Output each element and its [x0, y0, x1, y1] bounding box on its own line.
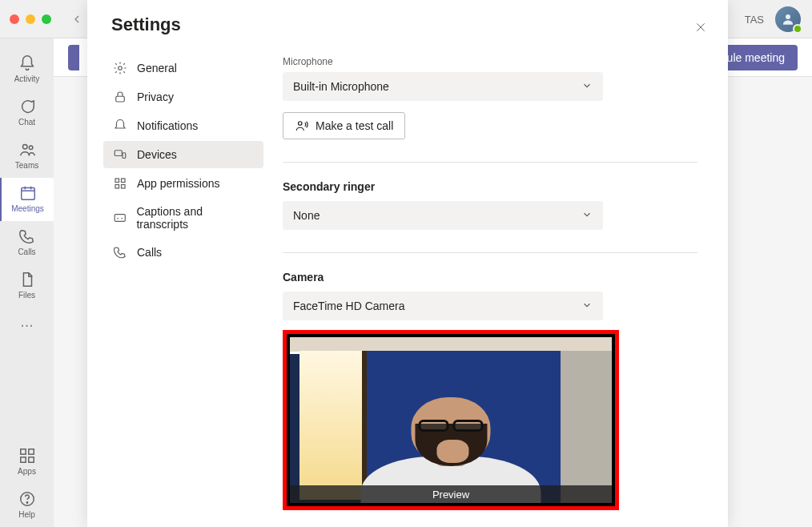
settings-nav-devices[interactable]: Devices: [103, 141, 263, 168]
camera-label: Camera: [283, 271, 697, 284]
camera-value: FaceTime HD Camera: [293, 300, 405, 312]
microphone-section: Microphone Built-in Microphone Make a te…: [283, 48, 697, 155]
chat-icon: [18, 98, 36, 115]
svg-point-2: [29, 146, 33, 150]
microphone-label: Microphone: [283, 56, 697, 67]
svg-rect-11: [116, 96, 125, 102]
settings-nav-app-permissions[interactable]: App permissions: [103, 170, 263, 197]
camera-preview-caption: Preview: [290, 485, 612, 503]
svg-point-0: [786, 14, 790, 19]
svg-rect-16: [115, 185, 119, 189]
close-icon: [694, 21, 707, 34]
grid-icon: [113, 176, 127, 191]
svg-rect-18: [115, 215, 125, 222]
microphone-dropdown[interactable]: Built-in Microphone: [283, 72, 603, 101]
rail-item-teams[interactable]: Teams: [0, 135, 54, 178]
settings-nav-label: General: [137, 62, 177, 74]
settings-nav-label: App permissions: [137, 177, 220, 190]
close-settings-button[interactable]: [688, 14, 714, 40]
presence-available-icon: [793, 24, 802, 34]
close-window-button[interactable]: [10, 14, 19, 24]
window-controls: [10, 14, 51, 24]
secondary-ringer-value: None: [293, 209, 320, 222]
phone-icon: [18, 227, 36, 245]
rail-item-chat[interactable]: Chat: [0, 91, 54, 135]
svg-rect-14: [115, 179, 119, 183]
minimize-window-button[interactable]: [26, 14, 35, 24]
svg-rect-15: [122, 179, 126, 183]
help-icon: [18, 490, 36, 508]
svg-point-10: [119, 66, 123, 70]
camera-section: Camera FaceTime HD Camera: [283, 252, 697, 526]
chevron-down-icon: [581, 80, 593, 94]
teams-icon: [18, 141, 36, 159]
calendar-icon: [19, 184, 37, 202]
svg-rect-17: [122, 185, 126, 189]
svg-rect-4: [20, 449, 25, 454]
rail-item-activity[interactable]: Activity: [0, 48, 54, 91]
apps-icon: [18, 447, 36, 465]
secondary-ringer-section: Secondary ringer None: [283, 162, 697, 246]
camera-preview-image: [290, 337, 612, 503]
chevron-down-icon: [581, 300, 593, 313]
rail-item-calls[interactable]: Calls: [0, 221, 54, 264]
svg-rect-5: [28, 449, 33, 454]
phone-icon: [113, 245, 127, 259]
rail-item-meetings[interactable]: Meetings: [0, 178, 54, 221]
make-test-call-button[interactable]: Make a test call: [283, 112, 405, 139]
camera-preview: [290, 337, 612, 503]
svg-rect-12: [115, 151, 122, 156]
svg-point-19: [299, 122, 303, 126]
avatar[interactable]: [775, 6, 801, 32]
zoom-window-button[interactable]: [42, 14, 51, 24]
devices-icon: [113, 147, 127, 162]
camera-preview-highlight: Preview: [283, 330, 619, 510]
settings-nav: General Privacy Notifications Devices Ap…: [103, 43, 263, 527]
make-test-call-label: Make a test call: [316, 119, 393, 132]
settings-nav-label: Devices: [137, 148, 177, 161]
settings-nav-general[interactable]: General: [103, 54, 263, 82]
svg-rect-6: [20, 457, 25, 462]
secondary-ringer-dropdown[interactable]: None: [283, 201, 603, 230]
camera-dropdown[interactable]: FaceTime HD Camera: [283, 292, 603, 320]
rail-more-button[interactable]: ···: [20, 308, 34, 342]
rail-item-help[interactable]: Help: [0, 484, 54, 527]
settings-nav-label: Captions and transcripts: [136, 205, 254, 231]
settings-nav-notifications[interactable]: Notifications: [103, 112, 263, 139]
user-initials: TAS: [745, 14, 764, 26]
svg-rect-3: [21, 188, 34, 200]
svg-point-1: [22, 145, 27, 150]
toolbar-left-button-partial[interactable]: ​: [68, 45, 79, 70]
settings-content[interactable]: Microphone Built-in Microphone Make a te…: [283, 43, 712, 527]
settings-nav-calls[interactable]: Calls: [103, 239, 263, 266]
gear-icon: [113, 61, 127, 75]
svg-rect-7: [28, 457, 33, 462]
chevron-down-icon: [581, 209, 593, 223]
rail-item-apps[interactable]: Apps: [0, 441, 54, 484]
settings-nav-label: Notifications: [137, 119, 198, 132]
settings-nav-label: Calls: [137, 246, 162, 259]
bell-icon: [18, 54, 36, 72]
microphone-value: Built-in Microphone: [293, 80, 389, 93]
rail-item-files[interactable]: Files: [0, 264, 54, 308]
svg-rect-13: [123, 153, 126, 159]
lock-icon: [113, 90, 127, 104]
settings-nav-captions[interactable]: Captions and transcripts: [103, 199, 263, 237]
settings-title: Settings: [111, 14, 181, 35]
svg-point-9: [26, 502, 27, 503]
app-rail: Activity Chat Teams Meetings Calls Files…: [0, 38, 54, 527]
nav-back-button[interactable]: [66, 8, 88, 30]
settings-nav-label: Privacy: [137, 91, 174, 103]
bell-icon: [113, 119, 127, 133]
settings-header: Settings: [87, 0, 728, 43]
secondary-ringer-label: Secondary ringer: [283, 180, 697, 193]
settings-nav-privacy[interactable]: Privacy: [103, 83, 263, 111]
settings-modal: Settings General Privacy Notifications D…: [87, 0, 728, 527]
file-icon: [18, 271, 36, 288]
captions-icon: [113, 211, 127, 225]
test-call-icon: [295, 119, 309, 133]
